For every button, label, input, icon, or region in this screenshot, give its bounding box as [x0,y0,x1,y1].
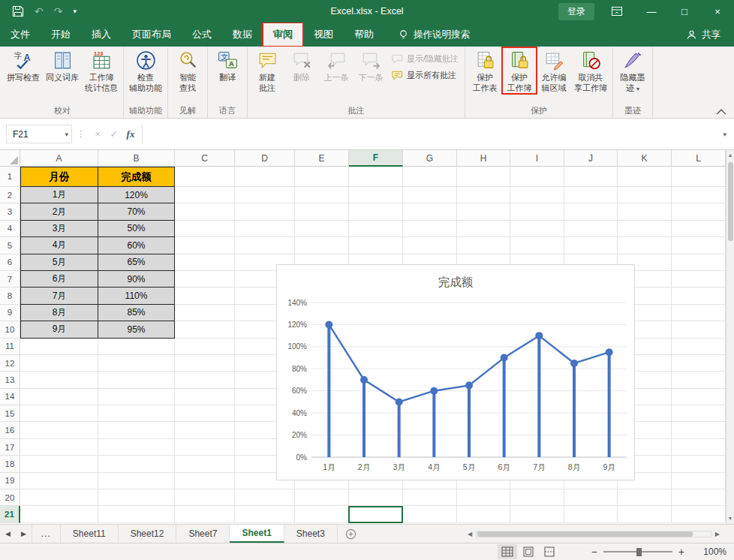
workbook-stats-button[interactable]: 123工作簿统计信息 [82,47,121,94]
cell-a13[interactable] [20,372,98,388]
column-header-h[interactable]: H [457,150,510,167]
cell-g20[interactable] [403,489,457,506]
cell-k3[interactable] [618,203,672,220]
prev-sheet-icon[interactable]: ◀ [0,525,16,543]
column-header-c[interactable]: C [175,150,235,167]
cell-b13[interactable] [98,372,175,388]
show-all-comments-button[interactable]: 显示所有批注 [392,70,459,81]
cell-k2[interactable] [618,187,672,203]
cell-a11[interactable] [20,339,98,355]
undo-icon[interactable]: ↶ [35,5,44,17]
cell-l13[interactable] [672,372,726,388]
sheet-tab-sheet3[interactable]: Sheet3 [284,525,338,543]
protect-workbook-button[interactable]: 保护工作簿 [502,47,537,94]
cell-b1[interactable]: 完成额 [98,167,175,187]
cell-c19[interactable] [175,473,235,489]
cell-e5[interactable] [295,237,349,254]
cell-k4[interactable] [618,221,672,237]
new-comment-button[interactable]: 新建批注 [250,47,284,94]
cell-a5[interactable]: 4月 [20,237,98,254]
row-header-18[interactable]: 18 [0,456,20,472]
row-header-1[interactable]: 1 [0,167,20,187]
cell-i1[interactable] [510,167,564,187]
cell-c2[interactable] [175,187,235,203]
cell-a1[interactable]: 月份 [20,167,98,187]
cell-c16[interactable] [175,422,235,438]
cell-b14[interactable] [98,389,175,405]
cell-k1[interactable] [618,167,672,187]
cell-a6[interactable]: 5月 [20,254,98,271]
save-icon[interactable] [12,5,24,17]
cell-l21[interactable] [672,506,726,522]
row-header-5[interactable]: 5 [0,237,20,254]
check-accessibility-button[interactable]: 检查辅助功能 [126,47,165,94]
cell-i21[interactable] [510,506,564,522]
cell-l9[interactable] [672,305,726,321]
cell-h5[interactable] [457,237,510,254]
cell-a8[interactable]: 7月 [20,288,98,304]
column-header-f[interactable]: F [349,150,403,167]
row-header-2[interactable]: 2 [0,187,20,203]
row-header-12[interactable]: 12 [0,355,20,372]
tab-formulas[interactable]: 公式 [182,23,222,47]
cell-l14[interactable] [672,389,726,405]
cell-g5[interactable] [403,237,457,254]
cell-b8[interactable]: 110% [98,288,175,304]
collapse-ribbon-icon[interactable] [716,107,726,114]
cell-c14[interactable] [175,389,235,405]
row-header-11[interactable]: 11 [0,339,20,355]
cell-k21[interactable] [618,506,672,522]
tab-insert[interactable]: 插入 [81,23,122,47]
cell-f2[interactable] [349,187,403,203]
horizontal-scroll-thumb[interactable] [477,531,693,537]
cell-l3[interactable] [672,203,726,220]
cell-d21[interactable] [235,506,295,522]
cell-d20[interactable] [235,489,295,506]
share-button[interactable]: 共享 [672,23,734,47]
row-header-9[interactable]: 9 [0,305,20,321]
cell-e2[interactable] [295,187,349,203]
cell-a16[interactable] [20,422,98,438]
cell-i2[interactable] [510,187,564,203]
page-layout-view-button[interactable] [519,544,538,559]
cell-l17[interactable] [672,439,726,456]
spell-check-button[interactable]: 字A拼写检查 [4,47,43,84]
cell-l16[interactable] [672,422,726,438]
column-header-g[interactable]: G [403,150,457,167]
cell-i20[interactable] [510,489,564,506]
column-header-k[interactable]: K [618,150,672,167]
cell-h21[interactable] [457,506,510,522]
formula-input[interactable] [142,125,718,143]
column-header-d[interactable]: D [235,150,295,167]
cell-e1[interactable] [295,167,349,187]
cell-l4[interactable] [672,221,726,237]
row-header-15[interactable]: 15 [0,405,20,422]
row-header-21[interactable]: 21 [0,506,20,522]
cell-i5[interactable] [510,237,564,254]
row-header-8[interactable]: 8 [0,288,20,304]
login-button[interactable]: 登录 [558,3,594,20]
cell-b2[interactable]: 120% [98,187,175,203]
delete-comment-button[interactable]: 删除 [284,47,319,84]
formula-bar-expand-icon[interactable]: ▾ [718,131,731,138]
zoom-level[interactable]: 100% [698,546,726,557]
cell-b18[interactable] [98,456,175,472]
column-header-b[interactable]: B [98,150,175,167]
cell-c12[interactable] [175,355,235,372]
thesaurus-button[interactable]: 同义词库 [43,47,82,84]
cell-a4[interactable]: 3月 [20,221,98,237]
close-button[interactable]: × [701,0,734,23]
cell-i3[interactable] [510,203,564,220]
cell-f3[interactable] [349,203,403,220]
cell-l6[interactable] [672,254,726,271]
redo-icon[interactable]: ↷ [54,5,63,17]
cell-l1[interactable] [672,167,726,187]
cell-e20[interactable] [295,489,349,506]
previous-comment-button[interactable]: 上一条 [319,47,353,84]
cell-a2[interactable]: 1月 [20,187,98,203]
cell-c3[interactable] [175,203,235,220]
tab-view[interactable]: 视图 [303,23,344,47]
cell-c1[interactable] [175,167,235,187]
cell-a14[interactable] [20,389,98,405]
cell-f20[interactable] [349,489,403,506]
